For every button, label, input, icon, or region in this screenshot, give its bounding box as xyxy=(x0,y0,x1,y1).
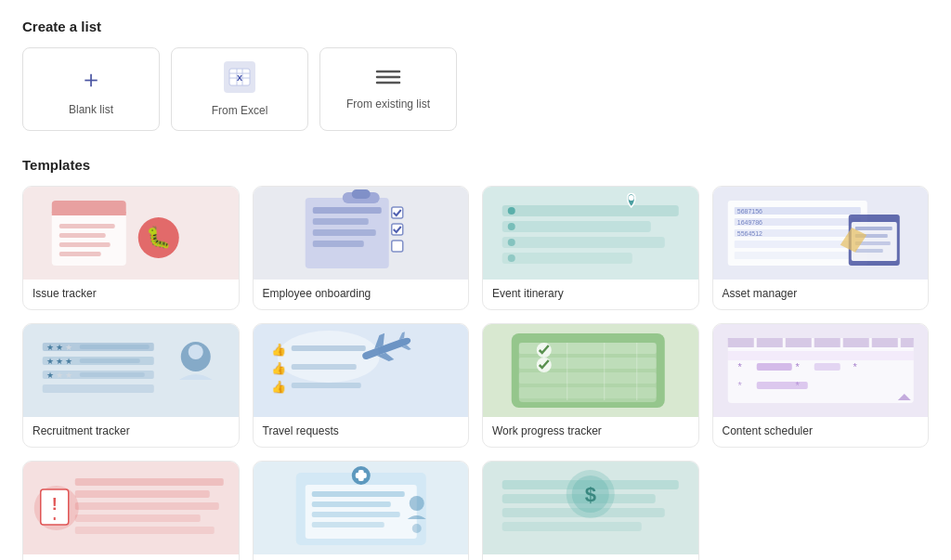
svg-rect-110 xyxy=(75,514,201,522)
svg-rect-15 xyxy=(59,242,111,247)
svg-rect-120 xyxy=(311,512,399,517)
svg-rect-118 xyxy=(311,491,404,497)
svg-text:★: ★ xyxy=(46,343,54,352)
svg-rect-29 xyxy=(502,205,679,216)
existing-list-label: From existing list xyxy=(346,98,430,111)
svg-rect-108 xyxy=(75,490,210,498)
svg-rect-130 xyxy=(502,522,642,531)
create-list-section: Create a list ＋ Blank list X From Excel xyxy=(22,19,929,131)
svg-rect-23 xyxy=(312,241,363,247)
svg-text:1649786: 1649786 xyxy=(736,219,762,226)
template-thumb-work xyxy=(483,324,698,417)
svg-text:5564512: 5564512 xyxy=(736,230,762,237)
svg-rect-124 xyxy=(355,473,366,478)
template-thumb-incidents: ! xyxy=(23,462,239,554)
template-label-work-progress-tracker: Work progress tracker xyxy=(483,417,698,447)
svg-rect-111 xyxy=(75,527,215,534)
svg-rect-16 xyxy=(59,252,101,256)
svg-point-34 xyxy=(508,223,515,230)
svg-rect-12 xyxy=(52,212,126,215)
template-card-employee-onboarding[interactable]: Employee onboarding xyxy=(253,186,470,310)
svg-text:★: ★ xyxy=(46,371,54,380)
svg-rect-105 xyxy=(756,382,807,389)
svg-text:★: ★ xyxy=(56,343,63,352)
template-card-asset-manager[interactable]: 5687156 1649786 5564512 xyxy=(712,186,930,310)
svg-rect-25 xyxy=(391,224,402,235)
svg-rect-68 xyxy=(43,384,154,393)
svg-rect-103 xyxy=(756,363,791,371)
template-label-incidents: Incidents xyxy=(23,554,239,560)
svg-rect-109 xyxy=(75,502,219,510)
template-thumb-patients xyxy=(254,462,469,554)
template-thumb-issue: 🐛 xyxy=(23,187,239,280)
svg-rect-46 xyxy=(734,252,860,259)
svg-rect-28 xyxy=(351,189,370,199)
svg-text:$: $ xyxy=(585,483,596,506)
svg-rect-77 xyxy=(291,383,360,388)
svg-text:★: ★ xyxy=(46,357,54,366)
template-thumb-loans: $ xyxy=(483,462,698,554)
template-label-recruitment-tracker: Recruitment tracker xyxy=(23,417,239,447)
svg-point-70 xyxy=(189,345,203,359)
svg-rect-82 xyxy=(519,372,657,384)
svg-rect-49 xyxy=(854,227,892,230)
svg-rect-22 xyxy=(312,229,375,236)
template-thumb-recruitment: ★ ★ ★ ★ ★ ★ ★ ★ ★ xyxy=(23,324,239,417)
svg-rect-24 xyxy=(391,207,402,218)
template-card-content-scheduler[interactable]: * * * * * Content scheduler xyxy=(712,323,930,448)
template-card-loans[interactable]: $ Loans xyxy=(482,461,699,560)
template-label-content-scheduler: Content scheduler xyxy=(713,417,929,447)
svg-text:X: X xyxy=(237,73,242,83)
svg-text:★: ★ xyxy=(65,357,72,366)
template-card-recruitment-tracker[interactable]: ★ ★ ★ ★ ★ ★ ★ ★ ★ xyxy=(22,323,240,448)
create-list-title: Create a list xyxy=(22,19,929,34)
svg-rect-32 xyxy=(502,253,632,264)
template-thumb-content: * * * * * xyxy=(713,324,929,417)
template-card-patients[interactable]: Patients xyxy=(253,461,470,560)
svg-rect-14 xyxy=(59,233,106,238)
create-blank-button[interactable]: ＋ Blank list xyxy=(22,47,160,131)
template-card-event-itinerary[interactable]: Event itinerary xyxy=(482,186,699,310)
svg-rect-52 xyxy=(854,249,882,253)
svg-rect-57 xyxy=(80,345,150,349)
svg-rect-119 xyxy=(311,501,390,507)
svg-text:★: ★ xyxy=(65,371,72,380)
svg-rect-21 xyxy=(312,218,368,225)
create-excel-button[interactable]: X From Excel xyxy=(171,47,308,131)
create-existing-button[interactable]: From existing list xyxy=(319,47,457,131)
svg-text:*: * xyxy=(853,361,857,372)
svg-rect-83 xyxy=(519,387,657,398)
blank-list-label: Blank list xyxy=(69,103,113,116)
create-options-row: ＋ Blank list X From Excel xyxy=(22,47,929,131)
template-card-issue-tracker[interactable]: 🐛 Issue tracker xyxy=(22,186,240,310)
template-card-travel-requests[interactable]: 👍 👍 👍 Travel xyxy=(253,323,470,448)
svg-point-35 xyxy=(508,239,515,246)
template-label-event-itinerary: Event itinerary xyxy=(483,280,698,309)
svg-rect-94 xyxy=(842,338,868,347)
svg-text:5687156: 5687156 xyxy=(736,208,762,215)
svg-rect-97 xyxy=(727,351,913,360)
svg-text:*: * xyxy=(737,361,742,372)
svg-text:★: ★ xyxy=(56,371,63,380)
svg-rect-20 xyxy=(312,207,381,214)
svg-point-36 xyxy=(508,254,515,262)
template-card-incidents[interactable]: ! Incidents xyxy=(22,461,240,560)
svg-rect-96 xyxy=(900,338,913,347)
templates-section: Templates 🐛 Iss xyxy=(22,157,929,560)
svg-text:🐛: 🐛 xyxy=(146,225,172,250)
template-thumb-employee xyxy=(254,187,469,280)
svg-point-37 xyxy=(629,195,634,201)
lines-icon xyxy=(375,68,401,90)
excel-icon: X xyxy=(224,61,255,97)
template-label-patients: Patients xyxy=(254,554,469,560)
template-card-work-progress-tracker[interactable]: Work progress tracker xyxy=(482,323,699,448)
template-label-employee-onboarding: Employee onboarding xyxy=(254,280,469,309)
svg-rect-62 xyxy=(80,358,140,363)
svg-rect-93 xyxy=(814,338,840,347)
svg-rect-95 xyxy=(871,338,897,347)
svg-rect-76 xyxy=(291,364,356,370)
svg-rect-91 xyxy=(756,338,782,347)
svg-text:👍: 👍 xyxy=(270,342,286,358)
template-label-asset-manager: Asset manager xyxy=(713,280,929,309)
template-thumb-event xyxy=(483,187,698,280)
